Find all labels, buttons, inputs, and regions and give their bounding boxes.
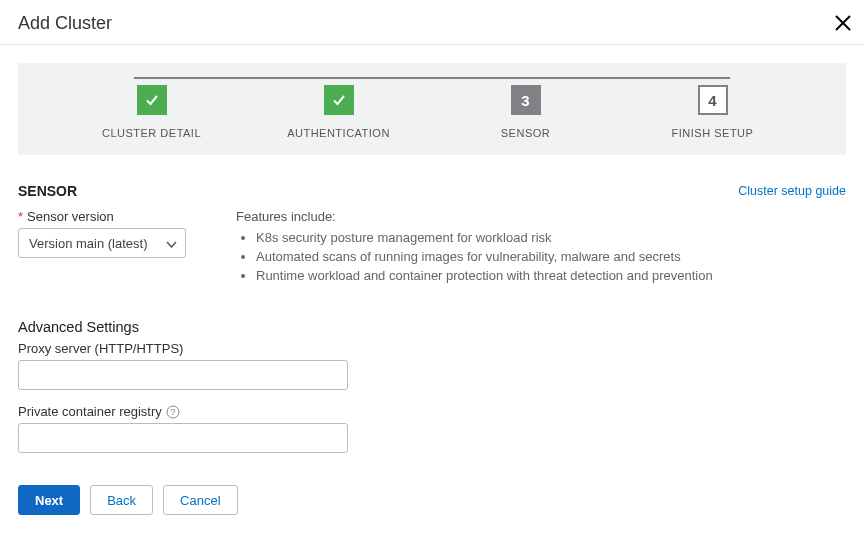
- chevron-down-icon: [166, 236, 177, 251]
- question-icon: ?: [166, 405, 180, 419]
- cluster-setup-guide-link[interactable]: Cluster setup guide: [738, 184, 846, 198]
- feature-item: Automated scans of running images for vu…: [256, 249, 846, 264]
- modal-header: Add Cluster: [0, 0, 864, 45]
- check-icon: [331, 92, 347, 108]
- step-box-4: 4: [698, 85, 728, 115]
- step-box-2: [324, 85, 354, 115]
- step-authentication: AUTHENTICATION: [245, 85, 432, 139]
- sensor-version-select[interactable]: Version main (latest): [18, 228, 186, 258]
- features-list: Features include: K8s security posture m…: [236, 209, 846, 287]
- sensor-version-label: *Sensor version: [18, 209, 186, 224]
- step-label: AUTHENTICATION: [287, 127, 390, 139]
- check-icon: [144, 92, 160, 108]
- registry-help-icon[interactable]: ?: [166, 405, 180, 419]
- step-sensor: 3 SENSOR: [432, 85, 619, 139]
- step-box-3: 3: [511, 85, 541, 115]
- sensor-version-label-text: Sensor version: [27, 209, 114, 224]
- step-cluster-detail: CLUSTER DETAIL: [58, 85, 245, 139]
- close-button[interactable]: [832, 12, 854, 34]
- modal-title: Add Cluster: [18, 13, 112, 34]
- step-finish: 4 FINISH SETUP: [619, 85, 806, 139]
- section-title: SENSOR: [18, 183, 77, 199]
- step-label: FINISH SETUP: [672, 127, 754, 139]
- next-button[interactable]: Next: [18, 485, 80, 515]
- cancel-button[interactable]: Cancel: [163, 485, 237, 515]
- proxy-label: Proxy server (HTTP/HTTPS): [18, 341, 846, 356]
- sensor-version-field: *Sensor version Version main (latest): [18, 209, 186, 287]
- registry-label: Private container registry: [18, 404, 162, 419]
- stepper: CLUSTER DETAIL AUTHENTICATION 3 SENSOR 4…: [18, 63, 846, 155]
- sensor-version-selected: Version main (latest): [29, 236, 148, 251]
- back-button[interactable]: Back: [90, 485, 153, 515]
- step-box-1: [137, 85, 167, 115]
- footer: Next Back Cancel: [0, 467, 864, 533]
- step-label: SENSOR: [501, 127, 550, 139]
- registry-input[interactable]: [18, 423, 348, 453]
- close-icon: [834, 14, 852, 32]
- advanced-title: Advanced Settings: [18, 319, 846, 335]
- features-heading: Features include:: [236, 209, 846, 224]
- feature-item: Runtime workload and container protectio…: [256, 268, 846, 283]
- required-indicator: *: [18, 209, 23, 224]
- feature-item: K8s security posture management for work…: [256, 230, 846, 245]
- advanced-settings: Advanced Settings Proxy server (HTTP/HTT…: [18, 319, 846, 453]
- svg-text:?: ?: [170, 407, 175, 417]
- step-label: CLUSTER DETAIL: [102, 127, 201, 139]
- proxy-input[interactable]: [18, 360, 348, 390]
